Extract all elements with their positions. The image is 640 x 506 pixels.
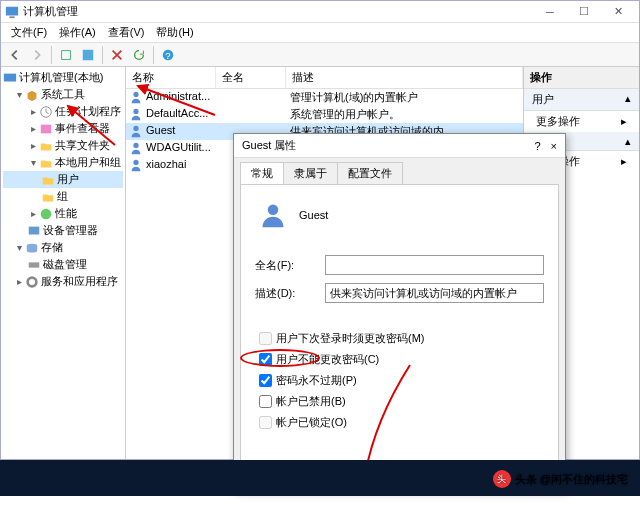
menubar: 文件(F) 操作(A) 查看(V) 帮助(H) bbox=[1, 23, 639, 43]
actions-more-1[interactable]: 更多操作▸ bbox=[524, 111, 639, 132]
svg-rect-10 bbox=[29, 226, 40, 234]
tree-shared-folders[interactable]: ▸共享文件夹 bbox=[3, 137, 123, 154]
menu-help[interactable]: 帮助(H) bbox=[150, 25, 199, 40]
svg-rect-1 bbox=[9, 16, 14, 18]
chk-cannot-change[interactable]: 用户不能更改密码(C) bbox=[259, 352, 544, 367]
list-header: 名称 全名 描述 bbox=[126, 67, 523, 89]
col-name[interactable]: 名称 bbox=[126, 67, 216, 88]
chk-locked: 帐户已锁定(O) bbox=[259, 415, 544, 430]
chk-must-change: 用户下次登录时须更改密码(M) bbox=[259, 331, 544, 346]
fullname-label: 全名(F): bbox=[255, 258, 325, 273]
watermark: 头 头条 @闲不住的科技宅 bbox=[493, 470, 628, 488]
tree-system-tools[interactable]: ▾系统工具 bbox=[3, 86, 123, 103]
user-icon bbox=[129, 141, 143, 155]
svg-rect-2 bbox=[62, 50, 71, 59]
user-icon bbox=[129, 107, 143, 121]
tree-disk-mgmt[interactable]: 磁盘管理 bbox=[3, 256, 123, 273]
menu-file[interactable]: 文件(F) bbox=[5, 25, 53, 40]
svg-rect-3 bbox=[83, 49, 94, 60]
help-icon[interactable]: ? bbox=[158, 45, 178, 65]
minimize-button[interactable]: ─ bbox=[533, 2, 567, 22]
user-icon bbox=[259, 201, 287, 229]
dialog-help-button[interactable]: ? bbox=[534, 140, 540, 152]
back-button[interactable] bbox=[5, 45, 25, 65]
window-title: 计算机管理 bbox=[23, 4, 78, 19]
tree-services[interactable]: ▸服务和应用程序 bbox=[3, 273, 123, 290]
refresh-icon[interactable] bbox=[129, 45, 149, 65]
toolbar: ? bbox=[1, 43, 639, 67]
tree-event-viewer[interactable]: ▸事件查看器 bbox=[3, 120, 123, 137]
tree-groups[interactable]: 组 bbox=[3, 188, 123, 205]
tab-member[interactable]: 隶属于 bbox=[283, 162, 338, 184]
tab-pane-general: Guest 全名(F): 描述(D): 用户下次登录时须更改密码(M) 用户不能… bbox=[240, 184, 559, 470]
desc-label: 描述(D): bbox=[255, 286, 325, 301]
forward-button[interactable] bbox=[27, 45, 47, 65]
col-desc[interactable]: 描述 bbox=[286, 67, 523, 88]
tab-profile[interactable]: 配置文件 bbox=[337, 162, 403, 184]
col-fullname[interactable]: 全名 bbox=[216, 67, 286, 88]
properties-icon[interactable] bbox=[78, 45, 98, 65]
maximize-button[interactable]: ☐ bbox=[567, 2, 601, 22]
svg-point-16 bbox=[133, 126, 138, 131]
user-icon bbox=[129, 158, 143, 172]
desc-input[interactable] bbox=[325, 283, 544, 303]
tree-storage[interactable]: ▾存储 bbox=[3, 239, 123, 256]
menu-view[interactable]: 查看(V) bbox=[102, 25, 151, 40]
nav-tree[interactable]: 计算机管理(本地) ▾系统工具 ▸任务计划程序 ▸事件查看器 ▸共享文件夹 ▾本… bbox=[1, 67, 126, 459]
svg-rect-12 bbox=[29, 262, 40, 267]
svg-point-19 bbox=[268, 205, 279, 216]
up-button[interactable] bbox=[56, 45, 76, 65]
menu-action[interactable]: 操作(A) bbox=[53, 25, 102, 40]
svg-text:?: ? bbox=[165, 49, 170, 60]
svg-rect-8 bbox=[41, 124, 52, 133]
close-button[interactable]: ✕ bbox=[601, 2, 635, 22]
user-icon bbox=[129, 90, 143, 104]
svg-rect-0 bbox=[6, 6, 18, 15]
tree-performance[interactable]: ▸性能 bbox=[3, 205, 123, 222]
tab-general[interactable]: 常规 bbox=[240, 162, 284, 184]
list-row[interactable]: Administrat...管理计算机(域)的内置帐户 bbox=[126, 89, 523, 106]
svg-point-17 bbox=[133, 143, 138, 148]
watermark-logo: 头 bbox=[493, 470, 511, 488]
chk-never-expire[interactable]: 密码永不过期(P) bbox=[259, 373, 544, 388]
actions-header: 操作 bbox=[524, 67, 639, 89]
app-icon bbox=[5, 5, 19, 19]
dialog-close-button[interactable]: × bbox=[551, 140, 557, 152]
tree-users[interactable]: 用户 bbox=[3, 171, 123, 188]
svg-point-18 bbox=[133, 160, 138, 165]
delete-icon[interactable] bbox=[107, 45, 127, 65]
tree-root[interactable]: 计算机管理(本地) bbox=[3, 69, 123, 86]
svg-point-9 bbox=[41, 208, 52, 219]
actions-group-users[interactable]: 用户▴ bbox=[524, 89, 639, 111]
svg-point-15 bbox=[133, 109, 138, 114]
fullname-input[interactable] bbox=[325, 255, 544, 275]
svg-rect-6 bbox=[4, 73, 16, 81]
titlebar: 计算机管理 ─ ☐ ✕ bbox=[1, 1, 639, 23]
user-icon bbox=[129, 124, 143, 138]
guest-properties-dialog: Guest 属性 ? × 常规 隶属于 配置文件 Guest 全名(F): 描述… bbox=[233, 133, 566, 491]
tree-task-scheduler[interactable]: ▸任务计划程序 bbox=[3, 103, 123, 120]
chk-disabled[interactable]: 帐户已禁用(B) bbox=[259, 394, 544, 409]
dialog-titlebar: Guest 属性 ? × bbox=[234, 134, 565, 158]
svg-point-14 bbox=[133, 92, 138, 97]
list-row[interactable]: DefaultAcc...系统管理的用户帐户。 bbox=[126, 106, 523, 123]
dialog-title: Guest 属性 bbox=[242, 138, 296, 153]
dialog-tabs: 常规 隶属于 配置文件 bbox=[234, 158, 565, 184]
tree-device-manager[interactable]: 设备管理器 bbox=[3, 222, 123, 239]
tree-local-users[interactable]: ▾本地用户和组 bbox=[3, 154, 123, 171]
dialog-username: Guest bbox=[299, 209, 328, 221]
svg-point-13 bbox=[28, 277, 37, 286]
